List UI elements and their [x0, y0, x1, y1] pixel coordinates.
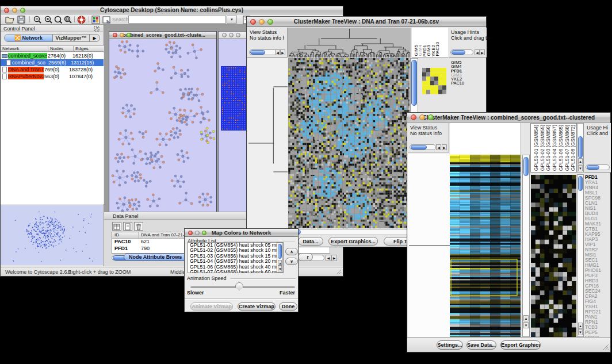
- tv1-col-labels: GIM5GIM4PFD1GIM3YKE2PAC10: [412, 28, 448, 58]
- tv1-status-left-arrow[interactable]: ◀: [275, 49, 280, 55]
- slider-thumb[interactable]: [235, 282, 243, 290]
- scroll-right-arrow[interactable]: ▶: [331, 255, 337, 261]
- attribute-list-item[interactable]: GPL51-07 (GSM868) heat shock 60 min: [188, 270, 283, 273]
- tv1-close-button[interactable]: [250, 19, 256, 25]
- table-icon[interactable]: [112, 222, 121, 231]
- node-attribute-browser-tab[interactable]: Node Attribute Brows: [124, 253, 187, 261]
- zoom-selected-icon[interactable]: [54, 16, 63, 24]
- tv1-status-hscrollbar[interactable]: [249, 49, 278, 55]
- search-dropdown-button[interactable]: ▼: [227, 16, 237, 24]
- tv2-status-hscrollbar[interactable]: [410, 144, 436, 150]
- select-attributes-icon[interactable]: [123, 222, 132, 231]
- network-view-window[interactable]: combined_scores_good.txt--cluste...: [109, 31, 217, 218]
- tv1-hints-right-arrow[interactable]: ▶: [480, 49, 485, 55]
- tv2-close-button[interactable]: [411, 114, 416, 120]
- save-icon[interactable]: [17, 16, 25, 24]
- close-button[interactable]: [4, 7, 9, 13]
- tv2-overview-heatmap[interactable]: [531, 175, 576, 337]
- tv2-hints-hscrollbar[interactable]: [586, 164, 610, 170]
- map-colors-dialog: Map Colors to Network Attribute List GPL…: [184, 228, 299, 312]
- tv2-minimize-button[interactable]: [419, 114, 425, 120]
- tv1-row-dendrogram[interactable]: [247, 58, 288, 228]
- tab-vizmapper[interactable]: VizMapper™: [53, 35, 90, 41]
- tv2-export-graphics-button[interactable]: Export Graphics...: [500, 340, 541, 350]
- tv1-minimize-button[interactable]: [259, 19, 265, 25]
- main-titlebar[interactable]: Cytoscape Desktop (Session Name: collins…: [1, 6, 343, 14]
- inner2-close-button[interactable]: [222, 33, 227, 37]
- id-column-header[interactable]: ID: [112, 232, 139, 238]
- col-edges[interactable]: Edges: [74, 46, 104, 51]
- move-down-button[interactable]: ∨: [285, 258, 298, 265]
- tv2-gene-list[interactable]: PFD1YRA1RNR4MSL1SPC98CLN1NIS1BUD4ELG1MAK…: [585, 175, 601, 340]
- tv2-settings-button[interactable]: Settings...: [437, 340, 463, 350]
- document-icon: [6, 60, 11, 66]
- tv1-status-right-arrow[interactable]: ▶: [280, 49, 285, 55]
- zoom-button[interactable]: [20, 7, 25, 13]
- dialog-zoom-button[interactable]: [202, 231, 206, 235]
- zoom-in-icon[interactable]: [44, 16, 53, 24]
- tv1-correlation-matrix[interactable]: [422, 68, 446, 94]
- float-panel-icon[interactable]: [94, 26, 100, 32]
- zoom-fit-icon[interactable]: [64, 16, 72, 24]
- tv2-zoom-button[interactable]: [428, 114, 434, 120]
- tv2-status-left-arrow[interactable]: ◀: [436, 144, 441, 150]
- network-list-row[interactable]: combined_sco2569(6)13112(15): [1, 59, 104, 66]
- create-vizmap-button[interactable]: Create Vizmap: [238, 302, 276, 311]
- resize-grip[interactable]: [336, 269, 342, 275]
- dialog-titlebar[interactable]: Map Colors to Network: [185, 229, 298, 237]
- tv1-column-dendrogram[interactable]: [288, 28, 411, 58]
- tv1-save-data-button[interactable]: Data...: [298, 237, 323, 246]
- animate-vizmap-button[interactable]: Animate Vizmap: [190, 302, 233, 311]
- treeview2-window: ClusterMaker TreeView : combined_scores_…: [407, 112, 611, 352]
- open-icon[interactable]: [5, 16, 14, 24]
- minimize-button[interactable]: [12, 7, 17, 13]
- inner2-zoom-button[interactable]: [236, 33, 240, 37]
- main-window-title: Cytoscape Desktop (Session Name: collins…: [100, 7, 243, 13]
- lifesaver-icon[interactable]: [77, 16, 86, 24]
- tv2-save-data-button[interactable]: Save Data...: [466, 340, 496, 350]
- network-graph-canvas[interactable]: [109, 39, 216, 217]
- attrlist-vscrollbar[interactable]: ▲ ▼: [277, 243, 283, 273]
- tab-overflow-button[interactable]: ▶: [90, 35, 100, 41]
- inner-close-button[interactable]: [113, 33, 117, 37]
- network-list-row[interactable]: DNA and Tran 07769(0)183728(0): [1, 66, 104, 73]
- tv2-genelist-vscrollbar[interactable]: ▲ ▼: [577, 174, 584, 337]
- tv1-hints-left-arrow[interactable]: ◀: [475, 49, 480, 55]
- tv1-gene-list[interactable]: GIM5GIM4PFD1GIM3YKE2PAC10: [451, 60, 464, 86]
- tv1-hints-hscrollbar[interactable]: [450, 49, 473, 55]
- inner-minimize-button[interactable]: [120, 33, 124, 37]
- treeview2-titlebar[interactable]: ClusterMaker TreeView : combined_scores_…: [407, 113, 610, 122]
- data-panel-title: Data Panel: [113, 213, 139, 219]
- treeview1-titlebar[interactable]: ClusterMaker TreeView : DNA and Tran 07-…: [247, 17, 486, 27]
- dialog-close-button[interactable]: [188, 231, 193, 235]
- vizmapper-icon[interactable]: [91, 16, 100, 24]
- tv2-heatmap-vscrollbar[interactable]: ▲ ▼: [522, 155, 530, 337]
- inner-zoom-button[interactable]: [127, 33, 131, 37]
- network-overview-thumbnail[interactable]: [1, 205, 103, 265]
- tv1-zoom-button[interactable]: [267, 19, 273, 25]
- scroll-left-arrow[interactable]: ◀: [326, 255, 331, 261]
- status-center: Right-click + drag to ZOOM: [68, 269, 131, 275]
- search-input[interactable]: [128, 16, 226, 24]
- snapshot-icon[interactable]: [102, 16, 112, 24]
- network-list-row[interactable]: RNAPuberNov2+!563(0)107847(0): [1, 73, 104, 80]
- tv1-heatmap-hscrollbar[interactable]: [289, 229, 411, 235]
- tv2-row-dendrogram[interactable]: [408, 154, 450, 337]
- tv2-resize-grip[interactable]: [602, 344, 609, 351]
- col-network[interactable]: Network: [1, 46, 48, 51]
- tv1-heatmap[interactable]: [288, 58, 410, 228]
- tv2-status-right-arrow[interactable]: ▶: [442, 144, 447, 150]
- tv2-heatmap[interactable]: [450, 155, 521, 337]
- attribute-browser-tab-tail[interactable]: r: [298, 253, 313, 261]
- tv1-export-graphics-button[interactable]: Export Graphics...: [328, 237, 378, 246]
- inner2-minimize-button[interactable]: [229, 33, 234, 37]
- col-nodes[interactable]: Nodes: [48, 46, 74, 51]
- network-list-row[interactable]: combined_scores2764(0)16218(0): [1, 52, 104, 59]
- zoom-out-icon[interactable]: [33, 16, 42, 24]
- tab-network[interactable]: 🔀 Network: [5, 35, 53, 41]
- move-up-button[interactable]: ∧: [285, 248, 298, 255]
- tv2-labels-vscrollbar[interactable]: ▲ ▼: [577, 123, 584, 173]
- attribute-list[interactable]: GPL51-01 (GSM854) heat shock 05 minGPL51…: [188, 242, 284, 273]
- trash-icon[interactable]: [134, 222, 143, 231]
- done-button[interactable]: Done: [279, 302, 297, 311]
